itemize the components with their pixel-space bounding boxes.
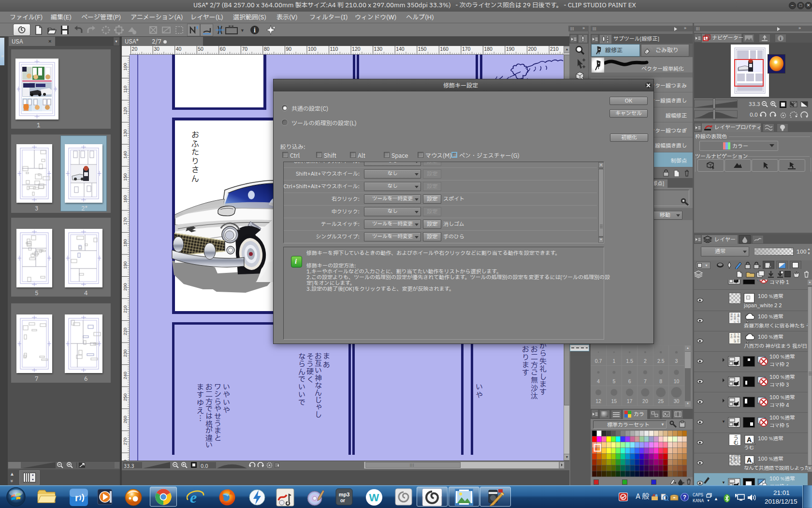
svg-text:30: 30 — [154, 46, 160, 52]
svg-text:5: 5 — [612, 378, 615, 384]
svg-text:4: 4 — [597, 378, 600, 384]
svg-text:90: 90 — [286, 46, 291, 52]
svg-text:15: 15 — [611, 398, 617, 404]
svg-text:130: 130 — [374, 46, 383, 52]
svg-text:i: i — [780, 36, 782, 41]
svg-text:190: 190 — [506, 46, 515, 52]
svg-text:190: 190 — [122, 261, 128, 269]
svg-text:170: 170 — [122, 217, 128, 225]
svg-text:0.7: 0.7 — [595, 358, 602, 364]
svg-text:10: 10 — [674, 378, 680, 384]
svg-text:160: 160 — [122, 195, 128, 203]
svg-text:150: 150 — [418, 46, 427, 52]
svg-text:A: A — [747, 456, 752, 464]
svg-text:180: 180 — [484, 46, 493, 52]
svg-text:17: 17 — [627, 398, 633, 404]
svg-text:20: 20 — [132, 46, 138, 52]
svg-text:2.5: 2.5 — [657, 358, 665, 364]
svg-text:230: 230 — [122, 349, 128, 357]
svg-text:120: 120 — [352, 46, 361, 52]
svg-text:20: 20 — [642, 398, 648, 404]
svg-text:i: i — [254, 27, 256, 34]
svg-text:110: 110 — [330, 46, 338, 52]
svg-text:30: 30 — [674, 398, 680, 404]
svg-text:3: 3 — [675, 358, 678, 364]
svg-text:120: 120 — [122, 107, 128, 115]
svg-text:1.5: 1.5 — [626, 358, 633, 364]
svg-text:140: 140 — [396, 46, 405, 52]
svg-text:200: 200 — [122, 283, 128, 291]
svg-text:?: ? — [683, 494, 686, 501]
svg-text:270: 270 — [122, 437, 128, 445]
svg-text:mp3: mp3 — [339, 492, 350, 497]
svg-text:W: W — [369, 492, 379, 504]
svg-text:50: 50 — [198, 46, 203, 52]
svg-text:r: r — [75, 493, 79, 503]
svg-text:80: 80 — [264, 46, 270, 52]
svg-text:260: 260 — [122, 416, 128, 423]
svg-text:1: 1 — [612, 358, 615, 364]
svg-text:12: 12 — [595, 398, 601, 404]
svg-text:100: 100 — [308, 46, 317, 52]
svg-text:110: 110 — [122, 86, 128, 93]
svg-text:140: 140 — [122, 151, 128, 159]
svg-text:200: 200 — [528, 46, 537, 52]
svg-text:25: 25 — [658, 398, 664, 404]
svg-text:150: 150 — [122, 173, 128, 181]
svg-text:7: 7 — [644, 378, 647, 384]
svg-text:40: 40 — [176, 46, 182, 52]
svg-text:60: 60 — [220, 46, 226, 52]
svg-text:220: 220 — [122, 328, 128, 335]
svg-text:130: 130 — [122, 129, 128, 137]
svg-text:or: or — [340, 498, 345, 503]
svg-text:8: 8 — [659, 378, 662, 384]
svg-text:160: 160 — [440, 46, 449, 52]
svg-text:100: 100 — [122, 63, 128, 71]
svg-text:6: 6 — [628, 378, 631, 384]
svg-text:A: A — [747, 436, 752, 444]
svg-text:250: 250 — [122, 393, 128, 401]
svg-text:210: 210 — [550, 46, 559, 52]
svg-text:170: 170 — [462, 46, 471, 52]
svg-text:240: 240 — [122, 372, 128, 379]
svg-text:2: 2 — [644, 358, 647, 364]
svg-text:180: 180 — [122, 239, 128, 247]
svg-text:210: 210 — [122, 305, 128, 313]
svg-text:70: 70 — [242, 46, 247, 52]
